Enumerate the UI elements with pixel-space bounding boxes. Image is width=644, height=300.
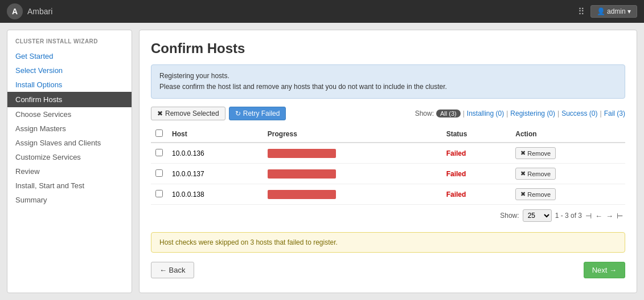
remove-icon-2: ✖: [520, 190, 526, 198]
select-all-checkbox[interactable]: [155, 129, 163, 137]
sidebar-item-review: Review: [7, 164, 132, 179]
host-cell: 10.0.0.137: [167, 164, 263, 184]
table-row: 10.0.0.136 Failed ✖ Remove: [151, 143, 625, 164]
row-checkbox-0[interactable]: [155, 149, 163, 156]
table-row: 10.0.0.137 Failed ✖ Remove: [151, 164, 625, 184]
back-button[interactable]: ← Back: [151, 262, 194, 278]
content-area: Confirm Hosts Registering your hosts. Pl…: [139, 30, 637, 293]
host-table: Host Progress Status Action 10.0.0.136 F…: [151, 126, 625, 205]
sidebar: CLUSTER INSTALL WIZARD Get Started Selec…: [7, 30, 132, 293]
next-button[interactable]: Next →: [584, 262, 625, 278]
pagination-next-button[interactable]: →: [606, 212, 613, 220]
progress-cell: [263, 184, 442, 205]
pagination-show-label: Show:: [500, 212, 519, 220]
host-cell: 10.0.0.138: [167, 184, 263, 205]
toolbar: ✖ Remove Selected ↻ Retry Failed Show: A…: [151, 107, 625, 120]
progress-bar-container: [268, 149, 336, 158]
sidebar-item-install-options[interactable]: Install Options: [7, 78, 132, 92]
progress-bar-container: [268, 190, 336, 199]
grid-icon[interactable]: ⠿: [578, 6, 585, 17]
show-filter: Show: All (3) | Installing (0) | Registe…: [415, 110, 625, 117]
all-badge[interactable]: All (3): [436, 110, 461, 117]
topbar-left: A Ambari: [7, 3, 52, 19]
status-cell: Failed: [442, 164, 511, 184]
progress-bar-fill: [268, 149, 336, 158]
progress-bar-fill: [268, 190, 336, 199]
main-container: CLUSTER INSTALL WIZARD Get Started Selec…: [0, 23, 644, 300]
sidebar-item-confirm-hosts[interactable]: Confirm Hosts: [7, 92, 132, 107]
remove-button-1[interactable]: ✖ Remove: [515, 168, 556, 180]
info-line2: Please confirm the host list and remove …: [159, 82, 617, 92]
sidebar-item-select-version[interactable]: Select Version: [7, 63, 132, 78]
retry-failed-label: Retry Failed: [243, 110, 280, 117]
action-cell: ✖ Remove: [511, 164, 625, 184]
pagination-row: Show: 25 50 100 1 - 3 of 3 ⊣ ← → ⊢: [151, 205, 625, 224]
host-cell: 10.0.0.136: [167, 143, 263, 164]
row-checkbox-cell: [151, 143, 167, 164]
app-logo: A: [7, 3, 23, 19]
sidebar-item-choose-services: Choose Services: [7, 107, 132, 121]
filter-success[interactable]: Success (0): [561, 110, 597, 117]
filter-fail[interactable]: Fail (3): [604, 110, 625, 117]
row-checkbox-1[interactable]: [155, 169, 163, 177]
status-cell: Failed: [442, 143, 511, 164]
sidebar-item-summary: Summary: [7, 193, 132, 207]
toolbar-left: ✖ Remove Selected ↻ Retry Failed: [151, 107, 286, 120]
row-checkbox-2[interactable]: [155, 190, 163, 197]
app-title: Ambari: [27, 7, 52, 16]
table-row: 10.0.0.138 Failed ✖ Remove: [151, 184, 625, 205]
warning-text: Host checks were skipped on 3 hosts that…: [159, 238, 338, 246]
info-box: Registering your hosts. Please confirm t…: [151, 64, 625, 99]
filter-registering[interactable]: Registering (0): [510, 110, 555, 117]
topbar: A Ambari ⠿ 👤 admin ▾: [0, 0, 644, 23]
progress-bar-fill: [268, 169, 336, 179]
remove-icon-1: ✖: [520, 170, 526, 177]
pagination-prev-button[interactable]: ←: [595, 212, 602, 220]
page-title: Confirm Hosts: [151, 40, 625, 56]
admin-menu-button[interactable]: 👤 admin ▾: [590, 5, 637, 18]
topbar-right: ⠿ 👤 admin ▾: [578, 5, 637, 18]
sidebar-item-assign-masters: Assign Masters: [7, 121, 132, 136]
status-cell: Failed: [442, 184, 511, 205]
col-action-header: Action: [511, 126, 625, 143]
remove-selected-label: Remove Selected: [165, 110, 219, 117]
progress-cell: [263, 143, 442, 164]
sidebar-item-get-started[interactable]: Get Started: [7, 49, 132, 63]
row-checkbox-cell: [151, 164, 167, 184]
progress-bar-container: [268, 169, 336, 179]
action-cell: ✖ Remove: [511, 143, 625, 164]
remove-icon-0: ✖: [520, 149, 526, 157]
remove-selected-icon: ✖: [157, 110, 163, 117]
retry-icon: ↻: [235, 110, 241, 117]
show-label: Show:: [415, 110, 434, 117]
pagination-range: 1 - 3 of 3: [555, 212, 582, 220]
pagination-first-button[interactable]: ⊣: [585, 212, 592, 220]
remove-selected-button[interactable]: ✖ Remove Selected: [151, 107, 225, 120]
sidebar-section-title: CLUSTER INSTALL WIZARD: [7, 38, 132, 49]
filter-installing[interactable]: Installing (0): [467, 110, 504, 117]
sidebar-item-customize-services: Customize Services: [7, 150, 132, 164]
info-line1: Registering your hosts.: [159, 71, 617, 82]
row-checkbox-cell: [151, 184, 167, 205]
warning-box: Host checks were skipped on 3 hosts that…: [151, 232, 625, 253]
remove-button-2[interactable]: ✖ Remove: [515, 188, 556, 200]
sidebar-item-install-start-test: Install, Start and Test: [7, 179, 132, 193]
col-checkbox: [151, 126, 167, 143]
col-progress-header: Progress: [263, 126, 442, 143]
col-host-header: Host: [167, 126, 263, 143]
action-cell: ✖ Remove: [511, 184, 625, 205]
bottom-nav: ← Back Next →: [151, 262, 625, 278]
per-page-select[interactable]: 25 50 100: [523, 209, 552, 222]
progress-cell: [263, 164, 442, 184]
col-status-header: Status: [442, 126, 511, 143]
remove-button-0[interactable]: ✖ Remove: [515, 147, 556, 159]
retry-failed-button[interactable]: ↻ Retry Failed: [229, 107, 286, 120]
sidebar-item-assign-slaves: Assign Slaves and Clients: [7, 136, 132, 150]
pagination-last-button[interactable]: ⊢: [617, 212, 623, 220]
